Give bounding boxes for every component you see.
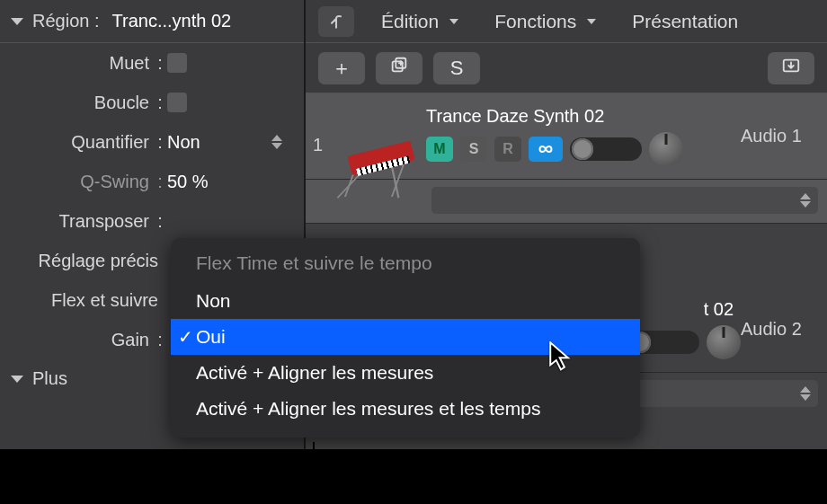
- region-header[interactable]: Région : Tranc...ynth 02: [0, 0, 304, 43]
- record-button[interactable]: R: [494, 137, 521, 162]
- transposer-label: Transposer: [0, 211, 153, 232]
- pan-knob[interactable]: [649, 132, 683, 166]
- audio-channel-label: Audio 1: [741, 126, 827, 146]
- solo-label: S: [450, 57, 464, 80]
- muet-label: Muet: [0, 53, 153, 74]
- qswing-label: Q-Swing: [0, 172, 153, 192]
- mouse-cursor-icon: [548, 341, 574, 376]
- plus-icon: ＋: [332, 55, 351, 82]
- updown-icon: [800, 193, 811, 208]
- duplicate-icon: [389, 56, 409, 81]
- quantifier-stepper-icon[interactable]: [271, 135, 282, 149]
- pan-knob[interactable]: [707, 325, 741, 359]
- popup-title: Flex Time et suivre le tempo: [171, 247, 640, 283]
- chevron-down-icon: [11, 376, 23, 383]
- editor-toolbar: ＋ S: [306, 43, 827, 93]
- audio-channel-label: Audio 2: [741, 319, 827, 340]
- boucle-label: Boucle: [0, 93, 153, 113]
- collapse-icon: [781, 56, 801, 81]
- plus-label: Plus: [32, 368, 67, 389]
- flex-label: Flex et suivre: [0, 290, 162, 311]
- solo-button[interactable]: S: [433, 52, 480, 84]
- menu-edition[interactable]: Édition: [372, 9, 467, 34]
- add-track-button[interactable]: ＋: [318, 52, 365, 84]
- back-button[interactable]: [318, 6, 354, 37]
- editor-menubar: Édition Fonctions Présentation: [306, 0, 827, 43]
- boucle-checkbox[interactable]: [167, 93, 187, 112]
- loop-button[interactable]: [529, 137, 563, 162]
- quantifier-label: Quantifier: [0, 132, 153, 153]
- qswing-value: 50 %: [167, 172, 209, 192]
- row-muet: Muet :: [0, 43, 304, 83]
- arrow-up-left-icon: [327, 13, 345, 31]
- popup-item-non[interactable]: Non: [171, 283, 640, 319]
- track-name: Trance Daze Synth 02: [426, 106, 741, 127]
- track-flex-dropdown[interactable]: [431, 187, 818, 214]
- track-instrument-icon: [336, 105, 426, 168]
- flex-follow-popup: Flex Time et suivre le tempo Non ✓ Oui A…: [171, 238, 640, 438]
- infinity-icon: [534, 142, 557, 156]
- quantifier-value: Non: [167, 132, 200, 153]
- row-transposer[interactable]: Transposer :: [0, 201, 304, 241]
- menu-fonctions[interactable]: Fonctions: [485, 9, 605, 34]
- track-number: 1: [313, 135, 336, 179]
- region-header-value: Tranc...ynth 02: [112, 11, 232, 31]
- chevron-down-icon: [449, 19, 458, 24]
- updown-icon: [800, 386, 811, 401]
- callout-line: [313, 442, 315, 496]
- row-quantifier[interactable]: Quantifier : Non: [0, 122, 304, 162]
- reglage-label: Réglage précis: [0, 251, 162, 271]
- duplicate-track-button[interactable]: [376, 52, 422, 84]
- chevron-down-icon: [587, 19, 596, 24]
- popup-item-align-bars-beats[interactable]: Activé + Aligner les mesures et les temp…: [171, 391, 640, 427]
- mute-button[interactable]: M: [426, 137, 453, 162]
- chevron-down-icon: [11, 18, 23, 25]
- track-row[interactable]: 1 Trance Daze Synth 02 M S R: [306, 93, 827, 180]
- region-header-label: Région :: [32, 11, 100, 31]
- keyboard-icon: [347, 140, 414, 175]
- solo-track-button[interactable]: S: [460, 137, 487, 162]
- collapse-button[interactable]: [768, 52, 814, 84]
- gain-label: Gain: [0, 330, 153, 350]
- menu-presentation[interactable]: Présentation: [623, 9, 747, 34]
- row-qswing: Q-Swing : 50 %: [0, 162, 304, 201]
- volume-slider[interactable]: [570, 137, 642, 161]
- muet-checkbox[interactable]: [167, 53, 187, 73]
- checkmark-icon: ✓: [178, 326, 193, 348]
- row-boucle: Boucle :: [0, 83, 304, 122]
